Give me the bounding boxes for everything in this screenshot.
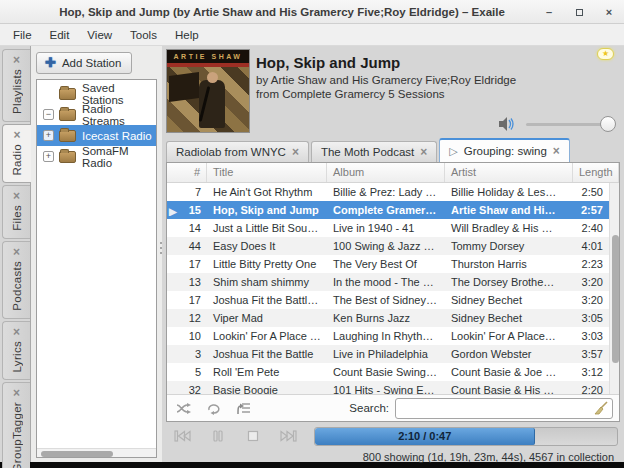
table-row[interactable]: ▶ 17 Little Bitty Pretty One The Very Be…: [167, 255, 609, 273]
table-row[interactable]: ▶ 12 Viper Mad Ken Burns Jazz Sidney Bec…: [167, 309, 609, 327]
table-row[interactable]: ▶ 44 Easy Does It 100 Swing & Jazz Class…: [167, 237, 609, 255]
tree-item-label: SomaFM Radio: [82, 145, 156, 169]
column-header-album[interactable]: Album: [327, 163, 445, 182]
next-button[interactable]: [277, 427, 299, 445]
tree-item[interactable]: Saved Stations: [37, 83, 156, 104]
add-station-button[interactable]: ✚ Add Station: [36, 52, 132, 74]
album-art[interactable]: ARTIE SHAW: [166, 49, 250, 133]
close-icon[interactable]: ×: [13, 191, 20, 201]
menu-item[interactable]: Tools: [121, 26, 166, 44]
search-clear-broom-icon[interactable]: [594, 401, 609, 416]
cell-tracknum: 44: [189, 240, 201, 252]
playlist-tab[interactable]: ▷ Grouping: swing ×: [439, 138, 570, 162]
scrollbar-thumb[interactable]: [41, 451, 113, 457]
close-icon[interactable]: ×: [420, 145, 427, 159]
close-icon[interactable]: ×: [13, 327, 20, 337]
cell-album: Count Basie Swings, Joe …: [327, 366, 445, 378]
seek-progress-bar[interactable]: 2:10 / 0:47: [314, 427, 618, 446]
folder-icon: [59, 109, 76, 121]
cell-title: Just a Little Bit South of …: [207, 222, 327, 234]
menubar: File Edit View Tools Help: [0, 24, 624, 46]
column-header-title[interactable]: Title: [207, 163, 327, 182]
table-row[interactable]: ▶ 14 Just a Little Bit South of … Live i…: [167, 219, 609, 237]
track-album-line: from Complete Gramercy 5 Sessions: [256, 88, 516, 100]
close-icon[interactable]: ×: [13, 388, 20, 398]
volume-icon[interactable]: [498, 116, 518, 132]
cell-artist: Count Basie & His Orchestra: [445, 384, 563, 394]
close-icon[interactable]: ×: [13, 247, 20, 257]
tracklist-vertical-scrollbar[interactable]: [609, 183, 619, 394]
sidebar-tab[interactable]: × Playlists: [2, 49, 30, 122]
progress-fill: 2:10 / 0:47: [315, 428, 535, 445]
expander-icon[interactable]: +: [43, 130, 54, 141]
expander-icon[interactable]: −: [43, 109, 54, 120]
sidebar-tab-label: Lyrics: [11, 341, 23, 372]
cell-artist: Tommy Dorsey: [445, 240, 563, 252]
table-row[interactable]: ▶ 32 Basie Boogie 101 Hits - Swing Essen…: [167, 381, 609, 394]
tree-item[interactable]: + Icecast Radio: [37, 125, 156, 146]
expander-icon[interactable]: +: [43, 151, 54, 162]
cell-length: 2:50: [563, 186, 609, 198]
menu-item[interactable]: Edit: [41, 26, 79, 44]
column-header-num[interactable]: #: [167, 163, 207, 182]
close-icon[interactable]: ×: [13, 130, 20, 140]
volume-slider-thumb[interactable]: [600, 116, 616, 132]
sidebar-tab[interactable]: × Radio: [2, 124, 31, 184]
menu-item[interactable]: Help: [166, 26, 208, 44]
cell-album: Laughing In Rhythm - Disc…: [327, 330, 445, 342]
cell-title: Lookin' For A Place To Park: [207, 330, 327, 342]
table-row[interactable]: ▶ 7 He Ain't Got Rhythm Billie & Prez: L…: [167, 183, 609, 201]
column-header-length[interactable]: Length: [573, 163, 619, 182]
table-row[interactable]: ▶ 13 Shim sham shimmy In the mood - The …: [167, 273, 609, 291]
close-icon[interactable]: ×: [292, 145, 299, 159]
playlist-tab[interactable]: ▷ The Moth Podcast ×: [311, 141, 437, 162]
table-row[interactable]: ▶ 15 Hop, Skip and Jump Complete Gramerc…: [167, 201, 609, 219]
dynamic-button[interactable]: [233, 399, 255, 417]
tree-item[interactable]: + SomaFM Radio: [37, 146, 156, 167]
tree-item[interactable]: − Radio Streams: [37, 104, 156, 125]
sidebar-tab[interactable]: × Podcasts: [2, 241, 30, 319]
scrollbar-thumb[interactable]: [612, 235, 619, 363]
main-body: × Playlists × Radio × Files ×: [0, 46, 624, 462]
volume-control: [498, 116, 614, 132]
cell-tracknum: 7: [195, 186, 201, 198]
sidebar-tab[interactable]: × Files: [2, 185, 30, 239]
main-content: ARTIE SHAW Hop, Skip and Jump by Artie S…: [162, 46, 624, 462]
search-input[interactable]: [395, 398, 613, 419]
radio-panel: ✚ Add Station Saved Stations: [30, 46, 162, 462]
folder-icon: [59, 130, 76, 142]
pane-splitter-handle[interactable]: [159, 242, 163, 254]
cell-album: 100 Swing & Jazz Classics: [327, 240, 445, 252]
sidebar-tab[interactable]: × GroupTagger: [2, 382, 30, 468]
close-icon[interactable]: ×: [13, 55, 20, 65]
close-icon[interactable]: ×: [553, 144, 560, 158]
previous-button[interactable]: [172, 427, 194, 445]
stop-button[interactable]: [242, 427, 264, 445]
menu-item[interactable]: File: [4, 26, 41, 44]
column-header-artist[interactable]: Artist: [445, 163, 573, 182]
cell-length: 3:20: [563, 276, 609, 288]
tree-horizontal-scrollbar[interactable]: [37, 448, 156, 457]
minimize-icon[interactable]: –: [542, 5, 556, 19]
tree-item-label: Radio Streams: [82, 103, 156, 127]
repeat-button[interactable]: [203, 399, 225, 417]
close-window-icon[interactable]: ×: [602, 5, 616, 19]
shuffle-button[interactable]: [173, 399, 195, 417]
table-row[interactable]: ▶ 17 Joshua Fit the Battle of J… The Bes…: [167, 291, 609, 309]
titlebar[interactable]: Hop, Skip and Jump (by Artie Shaw and Hi…: [0, 0, 624, 24]
table-row[interactable]: ▶ 5 Roll 'Em Pete Count Basie Swings, Jo…: [167, 363, 609, 381]
repeat-icon: [206, 402, 222, 415]
menu-item[interactable]: View: [78, 26, 121, 44]
table-row[interactable]: ▶ 10 Lookin' For A Place To Park Laughin…: [167, 327, 609, 345]
table-row[interactable]: ▶ 3 Joshua Fit the Battle Live in Philad…: [167, 345, 609, 363]
sidebar-tab[interactable]: × Lyrics: [2, 321, 30, 380]
volume-slider[interactable]: [526, 123, 614, 126]
maximize-icon[interactable]: [572, 5, 586, 19]
star-badge-icon[interactable]: ★: [597, 48, 614, 60]
playing-indicator-icon: ▶: [169, 206, 177, 216]
cell-tracknum: 3: [195, 348, 201, 360]
pause-button[interactable]: [207, 427, 229, 445]
playlist-tab-label: Grouping: swing: [464, 145, 547, 157]
cell-title: Shim sham shimmy: [207, 276, 327, 288]
playlist-tab[interactable]: ▷ Radiolab from WNYC ×: [166, 141, 309, 162]
